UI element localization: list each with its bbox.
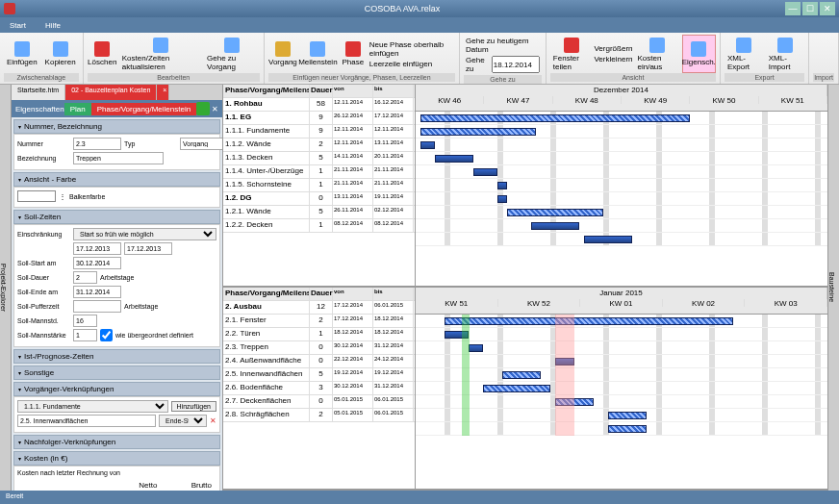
gantt-bar[interactable] bbox=[420, 114, 690, 122]
copy-button[interactable]: Kopieren bbox=[42, 35, 79, 73]
props-tab-plan[interactable]: Plan bbox=[64, 103, 91, 115]
section-pred[interactable]: Vorgänger-Verknüpfungen bbox=[13, 382, 220, 396]
gantt-bar[interactable] bbox=[483, 385, 550, 392]
props-tab-phase[interactable]: Phase/Vorgang/Meilenstein bbox=[91, 103, 196, 115]
mannstaerke-input[interactable] bbox=[73, 329, 97, 341]
ribbon: Einfügen Kopieren Zwischenablage Löschen… bbox=[0, 33, 839, 85]
inherit-checkbox[interactable] bbox=[100, 329, 113, 341]
gantt-row[interactable]: 1.2.1. Wände526.11.201402.12.2014 bbox=[223, 206, 415, 219]
close-props-icon[interactable]: ✕ bbox=[212, 105, 218, 113]
gantt-row[interactable]: 1. Rohbau5812.11.201416.12.2014 bbox=[223, 98, 415, 112]
split-window-button[interactable]: Fenster teilen bbox=[550, 35, 593, 73]
new-milestone-button[interactable]: Meilenstein bbox=[299, 35, 337, 73]
gantt-row[interactable]: 2.8. Schrägflächen205.01.201506.01.2015 bbox=[223, 409, 415, 422]
xml-export-button[interactable]: XML-Export bbox=[725, 35, 764, 73]
add-pred-button[interactable]: Hinzufügen bbox=[171, 401, 216, 412]
soll-dauer-input[interactable] bbox=[73, 271, 97, 284]
gantt-bar[interactable] bbox=[473, 168, 497, 176]
gantt-bar[interactable] bbox=[469, 344, 483, 352]
gantt-row[interactable]: 1.1.1. Fundamente912.11.201412.11.2014 bbox=[223, 125, 415, 139]
color-picker-icon[interactable]: ⋮ bbox=[59, 192, 66, 201]
gantt-bar[interactable] bbox=[531, 222, 579, 230]
gantt-row[interactable]: 1.1.4. Unter-/Überzüge121.11.201421.11.2… bbox=[223, 165, 415, 179]
section-ist[interactable]: Ist-/Prognose-Zeiten bbox=[13, 349, 220, 364]
delete-button[interactable]: Löschen bbox=[88, 35, 117, 73]
name-input[interactable] bbox=[73, 152, 164, 164]
gantt-bar[interactable] bbox=[507, 209, 603, 216]
refresh-button[interactable]: Kosten/Zeiten aktualisieren bbox=[119, 35, 202, 73]
add-icon[interactable] bbox=[196, 102, 210, 115]
gantt-row[interactable]: 2.7. Deckenflächen005.01.201506.01.2015 bbox=[223, 395, 415, 409]
new-phase-above[interactable]: Neue Phase oberhalb einfügen bbox=[369, 40, 455, 58]
goto-date-input[interactable] bbox=[492, 56, 540, 73]
zoom-out[interactable]: Verkleinern bbox=[594, 55, 632, 63]
gantt-bar[interactable] bbox=[608, 412, 647, 419]
date2-input[interactable] bbox=[124, 242, 172, 255]
zoom-in[interactable]: Vergrößern bbox=[594, 44, 632, 53]
menu-start[interactable]: Start bbox=[4, 20, 32, 31]
gantt-bar[interactable] bbox=[497, 182, 507, 189]
gantt-bar[interactable] bbox=[420, 128, 536, 136]
properties-button[interactable]: Eigensch. bbox=[682, 35, 716, 73]
gantt-bar[interactable] bbox=[435, 155, 473, 163]
gantt-row[interactable]: 2. Ausbau1217.12.201406.01.2015 bbox=[223, 301, 415, 315]
mannstd-input[interactable] bbox=[73, 315, 97, 327]
gantt-row[interactable]: 2.1. Fenster217.12.201418.12.2014 bbox=[223, 315, 415, 328]
tab-startpage[interactable]: Startseite.htm bbox=[12, 85, 65, 100]
soll-ende-input[interactable] bbox=[73, 286, 121, 298]
section-number[interactable]: Nummer, Bezeichnung bbox=[13, 119, 220, 134]
gantt-row[interactable]: 2.5. Innenwandflächen519.12.201419.12.20… bbox=[223, 368, 415, 382]
gantt-row[interactable]: 2.6. Bodenfläche330.12.201431.12.2014 bbox=[223, 382, 415, 395]
rel-select[interactable]: Ende-Start bbox=[159, 415, 207, 427]
menu-help[interactable]: Hilfe bbox=[39, 20, 66, 31]
gantt-row[interactable]: 2.3. Treppen030.12.201431.12.2014 bbox=[223, 341, 415, 355]
section-other[interactable]: Sonstige bbox=[13, 365, 220, 380]
delete-pred-icon[interactable]: ✕ bbox=[210, 416, 216, 425]
gantt-row[interactable]: 1.1.2. Wände212.11.201413.11.2014 bbox=[223, 139, 415, 152]
gantt-bar[interactable] bbox=[420, 141, 435, 149]
gantt-row[interactable]: 1.1. EG926.12.201417.12.2014 bbox=[223, 112, 415, 125]
new-blank-line[interactable]: Leerzeile einfügen bbox=[369, 60, 455, 68]
status-bar: Bereit bbox=[0, 491, 839, 504]
gantt-bar[interactable] bbox=[608, 425, 647, 433]
section-soll[interactable]: Soll-Zeiten bbox=[13, 210, 220, 224]
type-input[interactable] bbox=[180, 138, 222, 150]
minimize-button[interactable]: — bbox=[785, 2, 801, 15]
section-cost[interactable]: Kosten (in €) bbox=[13, 451, 220, 466]
pred-select[interactable]: 1.1.1. Fundamente bbox=[17, 400, 168, 413]
gantt-bar[interactable] bbox=[502, 371, 541, 379]
close-button[interactable]: ✕ bbox=[820, 2, 835, 15]
tab-close[interactable]: × bbox=[157, 85, 169, 100]
section-succ[interactable]: Nachfolger-Verknüpfungen bbox=[13, 435, 220, 449]
xml-import-button[interactable]: XML-Import bbox=[766, 35, 804, 73]
goto-today[interactable]: Gehe zu heutigem Datum bbox=[466, 37, 540, 54]
number-input[interactable] bbox=[73, 138, 121, 150]
puffer-input[interactable] bbox=[73, 300, 121, 313]
maximize-button[interactable]: ☐ bbox=[802, 2, 818, 15]
color-swatch[interactable] bbox=[17, 190, 56, 202]
gantt-row[interactable]: 1.2. DG013.11.201419.11.2014 bbox=[223, 192, 415, 206]
soll-start-input[interactable] bbox=[73, 257, 121, 269]
date1-input[interactable] bbox=[73, 242, 121, 255]
app-logo bbox=[4, 3, 15, 14]
gantt-bar[interactable] bbox=[445, 317, 733, 325]
gantt-row[interactable]: 2.4. Außenwandfläche022.12.201424.12.201… bbox=[223, 355, 415, 368]
gantt-row[interactable]: 2.2. Türen118.12.201418.12.2014 bbox=[223, 328, 415, 341]
new-task-button[interactable]: Vorgang bbox=[268, 35, 297, 73]
props-title: Eigenschaften bbox=[15, 105, 64, 113]
gantt-row[interactable]: 1.2.2. Decken108.12.201408.12.2014 bbox=[223, 219, 415, 233]
paste-button[interactable]: Einfügen bbox=[4, 35, 40, 73]
constraint-select[interactable]: Start so früh wie möglich bbox=[73, 228, 216, 240]
gantt-row[interactable]: 1.1.5. Schornsteine121.11.201421.11.2014 bbox=[223, 179, 415, 192]
pred-item[interactable] bbox=[17, 415, 156, 427]
section-color[interactable]: Ansicht - Farbe bbox=[13, 172, 220, 187]
tab-plan[interactable]: 02 - Bauzeitenplan Kosten bbox=[65, 85, 157, 100]
gantt-bar[interactable] bbox=[497, 195, 507, 203]
new-phase-button[interactable]: Phase bbox=[339, 35, 368, 73]
goto-task-button[interactable]: Gehe zu Vorgang bbox=[204, 35, 260, 73]
project-explorer-tab[interactable]: Projekt-Explorer bbox=[0, 85, 12, 491]
resources-tab[interactable]: Bausteine bbox=[827, 85, 839, 491]
cost-toggle-button[interactable]: Kosten ein/aus bbox=[635, 35, 680, 73]
gantt-row[interactable]: 1.1.3. Decken514.11.201420.11.2014 bbox=[223, 152, 415, 165]
gantt-bar[interactable] bbox=[584, 236, 632, 243]
